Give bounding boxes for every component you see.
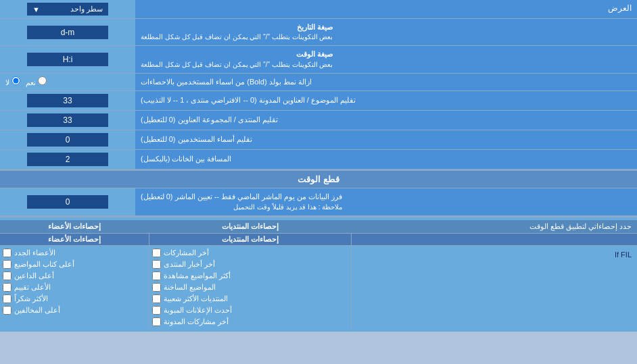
display-input-cell: سطر واحد ▼: [0, 0, 135, 18]
stats-checkbox-4[interactable]: [152, 283, 161, 292]
cutoff-section-header: قطع الوقت: [0, 170, 637, 188]
stats-item-m6: أعلى المخالفين: [3, 305, 146, 316]
stats-checkbox-m3[interactable]: [3, 271, 11, 280]
chevron-down-icon: ▼: [32, 5, 40, 14]
stats-checkbox-m6[interactable]: [3, 306, 11, 315]
stats-checkbox-m1[interactable]: [3, 249, 11, 257]
stats-col2-header: إحصاءات المنتديات: [149, 220, 352, 233]
cutoff-label: فرز البيانات من يوم الماشر الماضي فقط --…: [135, 188, 637, 215]
stats-checkbox-m5[interactable]: [3, 294, 11, 303]
stats-item-m5: الأكثر شكراً: [3, 293, 146, 305]
stats-col1: If FIL: [352, 246, 637, 329]
cutoff-input-cell: [0, 188, 135, 215]
stats-checkbox-m2[interactable]: [3, 260, 11, 269]
stats-header: حدد إحصاءاتي لتطبيق قطع الوقت إحصاءات ال…: [0, 220, 637, 234]
stats-item-6: أحدث الإعلانات المبوبة: [152, 305, 348, 316]
main-container: العرض سطر واحد ▼ صيغة التاريخ بعض التكوي…: [0, 0, 637, 332]
username-order-input[interactable]: [27, 133, 108, 147]
topic-order-input[interactable]: [27, 94, 108, 107]
display-label: العرض: [135, 0, 637, 18]
forum-order-label: تقليم المنتدى / المجموعة العناوين (0 للت…: [135, 111, 637, 130]
column-gap-label: المسافة بين الخانات (بالبكسل): [135, 150, 637, 169]
stats-checkbox-1[interactable]: [152, 249, 161, 257]
cutoff-input[interactable]: [27, 195, 108, 209]
stats-item-m4: الأعلى تقييم: [3, 282, 146, 293]
bold-label: ازالة نمط بولد (Bold) من اسماء المستخدمي…: [135, 74, 637, 90]
time-format-input[interactable]: [27, 53, 108, 66]
stats-col2-subheader: إحصاءات المنتديات: [149, 234, 352, 245]
date-format-label: صيغة التاريخ بعض التكوينات يتطلب "/" الت…: [135, 19, 637, 45]
column-gap-input-cell: [0, 150, 135, 169]
stats-body: If FIL أخر المشاركات أخر أخبار المنتدى أ…: [0, 246, 637, 329]
date-format-input[interactable]: [27, 26, 108, 39]
stats-col2: أخر المشاركات أخر أخبار المنتدى أكثر الم…: [149, 246, 352, 329]
stats-col3-header: إحصاءات الأعضاء: [0, 220, 149, 233]
bold-row: ازالة نمط بولد (Bold) من اسماء المستخدمي…: [0, 74, 637, 91]
stats-checkbox-6[interactable]: [152, 306, 161, 315]
stats-col1-spacer: [352, 234, 637, 245]
bold-no-label: لا: [5, 76, 20, 87]
topic-order-label: تقليم الموضوع / العناوين المدونة (0 -- ا…: [135, 91, 637, 110]
stats-item-m1: الأعضاء الجدد: [3, 247, 146, 259]
bold-no-radio[interactable]: [11, 76, 20, 85]
stats-checkbox-5[interactable]: [152, 294, 161, 303]
stats-item-m3: أعلى الداعين: [3, 270, 146, 282]
topic-order-row: تقليم الموضوع / العناوين المدونة (0 -- ا…: [0, 91, 637, 111]
cutoff-row: فرز البيانات من يوم الماشر الماضي فقط --…: [0, 188, 637, 215]
time-format-input-cell: [0, 46, 135, 72]
username-order-label: تقليم أسماء المستخدمين (0 للتعطيل): [135, 130, 637, 149]
bold-yes-label: نعم: [26, 76, 47, 87]
forum-order-input-cell: [0, 111, 135, 130]
forum-order-input[interactable]: [27, 113, 108, 127]
stats-item-m2: أعلى كتاب المواضيع: [3, 259, 146, 270]
stats-checkbox-2[interactable]: [152, 260, 161, 269]
stats-checkbox-m4[interactable]: [3, 283, 11, 292]
username-order-row: تقليم أسماء المستخدمين (0 للتعطيل): [0, 130, 637, 150]
stats-item-5: المنتديات الأكثر شعبية: [152, 293, 348, 305]
stats-checkbox-3[interactable]: [152, 271, 161, 280]
stats-subheader: إحصاءات المنتديات إحصاءات الأعضاء: [0, 234, 637, 246]
time-format-row: صيغة الوقت بعض التكوينات يتطلب "/" التي …: [0, 46, 637, 73]
display-dropdown[interactable]: سطر واحد ▼: [27, 3, 108, 16]
stats-col1-if-fil: If FIL: [357, 249, 632, 261]
column-gap-row: المسافة بين الخانات (بالبكسل): [0, 150, 637, 170]
stats-checkbox-7[interactable]: [152, 317, 161, 326]
stats-item-1: أخر المشاركات: [152, 247, 348, 259]
stats-col3: الأعضاء الجدد أعلى كتاب المواضيع أعلى ال…: [0, 246, 149, 329]
date-format-row: صيغة التاريخ بعض التكوينات يتطلب "/" الت…: [0, 19, 637, 46]
topic-order-input-cell: [0, 91, 135, 110]
stats-item-2: أخر أخبار المنتدى: [152, 259, 348, 270]
display-row: العرض سطر واحد ▼: [0, 0, 637, 19]
stats-limit-label: حدد إحصاءاتي لتطبيق قطع الوقت: [352, 220, 637, 233]
column-gap-input[interactable]: [27, 153, 108, 166]
stats-col3-subheader: إحصاءات الأعضاء: [0, 234, 149, 245]
date-format-input-cell: [0, 19, 135, 45]
stats-item-4: المواضيع الساخنة: [152, 282, 348, 293]
bold-yes-radio[interactable]: [38, 76, 47, 85]
forum-order-row: تقليم المنتدى / المجموعة العناوين (0 للت…: [0, 111, 637, 130]
stats-item-7: أخر مشاركات المدونة: [152, 316, 348, 328]
username-order-input-cell: [0, 130, 135, 149]
stats-container: حدد إحصاءاتي لتطبيق قطع الوقت إحصاءات ال…: [0, 216, 637, 332]
bold-radio-cell: نعم لا: [0, 74, 135, 90]
time-format-label: صيغة الوقت بعض التكوينات يتطلب "/" التي …: [135, 46, 637, 72]
stats-item-3: أكثر المواضيع مشاهدة: [152, 270, 348, 282]
